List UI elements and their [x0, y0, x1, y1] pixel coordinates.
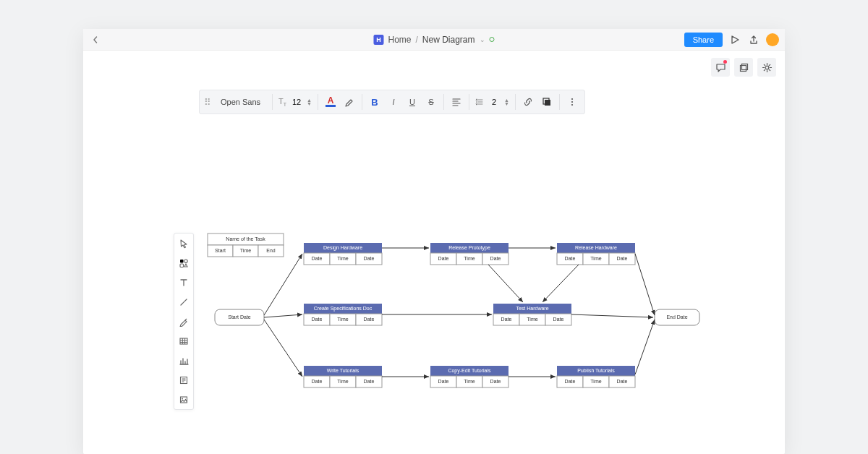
highlight-button[interactable] [341, 94, 357, 110]
svg-point-6 [571, 101, 573, 103]
svg-text:Date: Date [312, 317, 323, 322]
svg-point-2 [765, 66, 769, 69]
task-test-hardware[interactable]: Test Hardware DateTimeDate [493, 304, 571, 325]
svg-rect-0 [740, 65, 746, 71]
svg-text:Date: Date [553, 317, 564, 322]
task-write-tutorials[interactable]: Write Tutorials DateTimeDate [304, 366, 382, 387]
present-icon[interactable] [728, 33, 741, 46]
font-size-input[interactable] [289, 98, 304, 106]
svg-text:Time: Time [240, 248, 251, 253]
svg-text:Date: Date [565, 256, 576, 261]
breadcrumb-sep: / [415, 35, 417, 45]
back-button[interactable] [83, 36, 108, 43]
svg-text:Date: Date [312, 379, 323, 384]
line-spacing-stepper[interactable]: ▲▼ [474, 98, 511, 106]
end-node[interactable]: End Date [655, 309, 699, 325]
svg-text:Time: Time [590, 256, 601, 261]
top-right-actions: Share [684, 33, 779, 47]
text-toolbar: ⠿ Open Sans TT ▲▼ A B I U S ▲▼ [199, 90, 585, 114]
text-size-icon: TT [278, 97, 286, 107]
svg-text:Release Hardware: Release Hardware [575, 245, 617, 250]
svg-text:Date: Date [438, 379, 449, 384]
more-icon[interactable] [564, 94, 580, 110]
svg-point-7 [571, 104, 573, 106]
svg-text:Date: Date [364, 317, 375, 322]
svg-text:Test Hardware: Test Hardware [516, 306, 548, 311]
bold-button[interactable]: B [367, 94, 383, 110]
fill-button[interactable] [539, 94, 555, 110]
legend-node[interactable]: Name of the Task Start Time End [208, 234, 284, 257]
drag-handle-icon[interactable]: ⠿ [204, 97, 210, 108]
start-node[interactable]: Start Date [215, 309, 264, 325]
svg-text:Create Specifications Doc: Create Specifications Doc [314, 306, 373, 312]
svg-text:Date: Date [565, 379, 576, 384]
notification-badge [723, 60, 727, 64]
task-publish[interactable]: Publish Tutorials DateTimeDate [557, 366, 635, 387]
svg-text:Date: Date [617, 379, 628, 384]
link-button[interactable] [520, 94, 536, 110]
svg-text:Publish Tutorials: Publish Tutorials [577, 368, 615, 373]
task-copy-edit[interactable]: Copy-Edit Tutorials DateTimeDate [430, 366, 509, 387]
svg-text:Date: Date [312, 256, 323, 261]
svg-text:Name of the Task: Name of the Task [226, 236, 265, 241]
chevron-down-icon[interactable]: ⌄ [480, 36, 485, 43]
svg-text:Time: Time [464, 256, 475, 261]
gear-icon[interactable] [757, 58, 776, 77]
svg-text:Date: Date [501, 317, 512, 322]
strikethrough-button[interactable]: S [423, 94, 439, 110]
svg-text:Date: Date [364, 256, 375, 261]
svg-text:Time: Time [527, 317, 537, 322]
svg-text:End: End [266, 248, 276, 253]
svg-text:Time: Time [590, 379, 601, 384]
task-design-hardware[interactable]: Design Hardware DateTimeDate [304, 243, 382, 265]
svg-text:Write Tutorials: Write Tutorials [327, 368, 359, 373]
text-color-button[interactable]: A [323, 94, 339, 110]
svg-point-5 [571, 98, 573, 100]
svg-text:Time: Time [337, 317, 348, 322]
svg-text:Date: Date [438, 256, 449, 261]
underline-button[interactable]: U [404, 94, 420, 110]
svg-text:Date: Date [490, 256, 501, 261]
font-size-stepper[interactable]: TT ▲▼ [277, 97, 313, 107]
font-family-select[interactable]: Open Sans [213, 98, 268, 106]
breadcrumb-doc[interactable]: New Diagram [422, 35, 475, 45]
sync-status-icon [490, 37, 495, 42]
svg-text:Date: Date [364, 379, 375, 384]
breadcrumb-home[interactable]: Home [388, 35, 411, 45]
panel-toggles [711, 58, 776, 77]
svg-text:Release Prototype: Release Prototype [448, 245, 490, 251]
italic-button[interactable]: I [386, 94, 401, 110]
svg-text:Time: Time [464, 379, 475, 384]
svg-text:Start Date: Start Date [228, 314, 251, 320]
svg-text:Time: Time [337, 379, 348, 384]
svg-text:Date: Date [490, 379, 501, 384]
svg-text:Design Hardware: Design Hardware [323, 245, 362, 251]
avatar[interactable] [766, 33, 779, 46]
task-release-hardware[interactable]: Release Hardware DateTimeDate [557, 243, 635, 265]
task-release-prototype[interactable]: Release Prototype DateTimeDate [430, 243, 509, 265]
app-logo: H [373, 35, 383, 45]
svg-text:Date: Date [617, 256, 628, 261]
layers-icon[interactable] [734, 58, 753, 77]
svg-rect-3 [545, 100, 550, 106]
svg-text:End Date: End Date [666, 314, 687, 320]
breadcrumb: H Home / New Diagram ⌄ [373, 35, 494, 45]
export-icon[interactable] [747, 33, 760, 46]
align-button[interactable] [448, 94, 464, 110]
svg-text:Start: Start [215, 248, 226, 253]
task-create-spec[interactable]: Create Specifications Doc DateTimeDate [304, 304, 382, 325]
share-button[interactable]: Share [684, 33, 723, 47]
comments-icon[interactable] [711, 58, 730, 77]
diagram-canvas[interactable]: Name of the Task Start Time End Start Da… [83, 114, 785, 454]
top-bar: H Home / New Diagram ⌄ Share [83, 29, 785, 51]
svg-text:Copy-Edit Tutorials: Copy-Edit Tutorials [448, 368, 491, 374]
svg-text:Time: Time [337, 256, 348, 261]
svg-rect-1 [741, 64, 747, 69]
line-spacing-input[interactable] [487, 98, 501, 106]
